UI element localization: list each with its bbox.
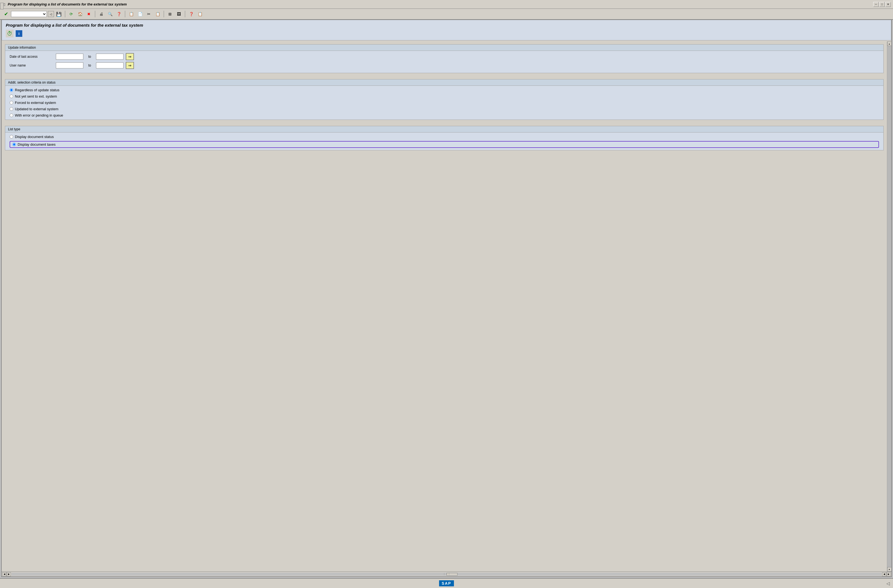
scroll-right-end-button[interactable]: ▶ <box>886 572 891 576</box>
user-to-label: to <box>86 63 94 68</box>
select-all-button[interactable]: 📋 <box>154 10 161 18</box>
radio-forced-input[interactable] <box>10 101 13 105</box>
cancel-button[interactable]: ✖ <box>85 10 93 18</box>
customizing-button[interactable]: 📋 <box>196 10 204 18</box>
addit-selection-header: Addit. selection criteria on status <box>5 80 883 86</box>
radio-updated-input[interactable] <box>10 107 13 111</box>
addit-selection-section: Addit. selection criteria on status Rega… <box>5 79 884 120</box>
cut-button[interactable]: ✂ <box>145 10 153 18</box>
title-bar-text: Program for displaying a list of documen… <box>8 2 127 6</box>
separator-2 <box>95 11 95 17</box>
radio-updated-label: Updated to external system <box>15 107 58 111</box>
radio-error-input[interactable] <box>10 114 13 117</box>
radio-regardless[interactable]: Regardless of update status <box>10 88 879 92</box>
radio-forced-label: Forced to external system <box>15 100 56 105</box>
help-button[interactable]: ❓ <box>115 10 123 18</box>
scroll-right-button[interactable]: ◀ <box>882 572 886 576</box>
list-type-header: List type <box>5 126 883 132</box>
update-info-header: Update information <box>5 45 883 51</box>
title-bar-controls: ─ □ ✕ <box>873 2 891 7</box>
content-scroll-area: Update information Date of last access t… <box>2 42 891 572</box>
scroll-right-left-button[interactable]: ▶ <box>7 572 11 576</box>
spacer-1 <box>3 75 886 78</box>
radio-regardless-label: Regardless of update status <box>15 88 59 92</box>
user-to-input[interactable] <box>96 62 123 69</box>
radio-display-status[interactable]: Display document status <box>10 135 879 139</box>
print-button[interactable]: 🖨 <box>98 10 105 18</box>
command-dropdown[interactable] <box>11 11 47 17</box>
radio-error-label: With error or pending in queue <box>15 113 63 117</box>
program-title: Program for displaying a list of documen… <box>6 23 887 27</box>
user-name-row: User name to ⇒ <box>10 62 879 69</box>
view-button[interactable]: 🖼 <box>175 10 183 18</box>
list-type-section: List type Display document status Displa… <box>5 126 884 150</box>
info-help-button[interactable]: ❓ <box>187 10 195 18</box>
scroll-down-button[interactable]: ▼ <box>887 567 891 572</box>
title-bar: ⊡ Program for displaying a list of docum… <box>0 0 893 9</box>
user-name-label: User name <box>10 63 54 68</box>
bottom-scrollbar: ◀ ▶ ⋮⋮⋮ ◀ ▶ <box>2 572 891 576</box>
radio-updated[interactable]: Updated to external system <box>10 107 879 111</box>
addit-selection-radio-group: Regardless of update status Not yet sent… <box>5 86 883 120</box>
maximize-button[interactable]: □ <box>879 2 885 7</box>
date-to-label: to <box>86 55 94 58</box>
close-button[interactable]: ✕ <box>885 2 891 7</box>
home-button[interactable]: 🏠 <box>76 10 84 18</box>
paste-button[interactable]: 📄 <box>136 10 144 18</box>
separator-1 <box>65 11 65 17</box>
spacer-2 <box>3 122 886 124</box>
horizontal-scroll-track: ⋮⋮⋮ <box>12 573 881 576</box>
user-from-input[interactable] <box>56 62 83 69</box>
separator-4 <box>164 11 164 17</box>
right-scrollbar: ▲ ▼ <box>887 42 891 572</box>
find-button[interactable]: 🔍 <box>106 10 114 18</box>
scroll-grip: ⋮⋮⋮ <box>443 573 450 576</box>
radio-display-taxes-label: Display document taxes <box>18 142 56 147</box>
clock-icon-button[interactable]: ⏱ <box>6 30 14 38</box>
radio-regardless-input[interactable] <box>10 88 13 92</box>
scroll-up-button[interactable]: ▲ <box>887 42 891 46</box>
radio-not-sent-input[interactable] <box>10 94 13 98</box>
radio-error[interactable]: With error or pending in queue <box>10 113 879 117</box>
date-from-input[interactable] <box>56 54 83 60</box>
back-button[interactable]: ◁ <box>48 11 54 17</box>
radio-display-taxes-input[interactable] <box>12 142 16 146</box>
radio-display-status-label: Display document status <box>15 135 54 139</box>
footer-icon: ◁ <box>886 581 890 586</box>
date-to-input[interactable] <box>96 54 123 60</box>
sap-logo: SAP <box>439 580 454 586</box>
grid-button[interactable]: ⊞ <box>166 10 174 18</box>
copy-button[interactable]: 📋 <box>127 10 135 18</box>
date-last-access-label: Date of last access <box>10 55 54 58</box>
program-title-area: Program for displaying a list of documen… <box>2 20 891 40</box>
program-icons-row: ⏱ i <box>6 30 887 38</box>
date-last-access-row: Date of last access to ⇒ <box>10 53 879 60</box>
refresh-button[interactable]: ⟳ <box>68 10 75 18</box>
info-icon-button[interactable]: i <box>16 30 22 37</box>
content-inner: Update information Date of last access t… <box>2 42 887 572</box>
update-info-body: Date of last access to ⇒ User name to ⇒ <box>5 51 883 73</box>
scroll-track <box>887 46 891 567</box>
radio-not-sent-label: Not yet sent to ext. system <box>15 94 57 98</box>
save-button[interactable]: 💾 <box>55 10 63 18</box>
update-info-section: Update information Date of last access t… <box>5 44 884 73</box>
sap-footer: SAP ◁ <box>0 578 893 588</box>
check-button[interactable]: ✔ <box>2 10 10 18</box>
radio-not-sent[interactable]: Not yet sent to ext. system <box>10 94 879 98</box>
list-type-radio-group: Display document status Display document… <box>5 132 883 150</box>
minimize-button[interactable]: ─ <box>873 2 879 7</box>
radio-forced[interactable]: Forced to external system <box>10 100 879 105</box>
date-range-button[interactable]: ⇒ <box>126 53 134 60</box>
separator-3 <box>125 11 125 17</box>
user-range-button[interactable]: ⇒ <box>126 62 134 69</box>
toolbar: ✔ ◁ 💾 ⟳ 🏠 ✖ 🖨 🔍 ❓ 📋 📄 ✂ 📋 ⊞ 🖼 ❓ 📋 <box>0 9 893 20</box>
radio-display-taxes[interactable]: Display document taxes <box>10 141 879 148</box>
scroll-left-button[interactable]: ◀ <box>2 572 7 576</box>
radio-display-status-input[interactable] <box>10 135 13 138</box>
main-container: Program for displaying a list of documen… <box>1 20 892 577</box>
